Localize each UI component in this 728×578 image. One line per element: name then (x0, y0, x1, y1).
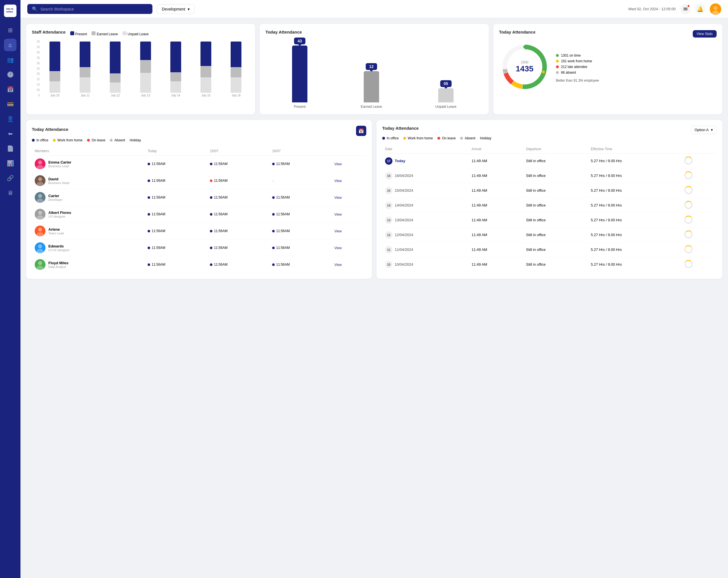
better-text: Better than 91.3% employee (556, 78, 599, 82)
present-segment (140, 42, 151, 60)
search-box: 🔍 (27, 4, 152, 14)
sidebar-item-add-user[interactable]: 👤 (4, 112, 17, 125)
view-link[interactable]: View (334, 179, 342, 183)
progress-cell (682, 168, 717, 183)
view-cell[interactable]: View (332, 172, 366, 189)
user-avatar[interactable] (710, 3, 721, 15)
search-icon: 🔍 (32, 6, 37, 12)
date-cell: 12 12/04/2024 (382, 228, 469, 242)
earned-segment (170, 72, 181, 81)
member-card-title: Today Attendance (32, 127, 68, 132)
date-cell: 10 10/04/2024 (382, 257, 469, 272)
earned-segment (231, 67, 241, 77)
date-cell: 14 14/04/2024 (382, 198, 469, 213)
present-segment (231, 42, 241, 67)
sidebar-item-clock[interactable]: 🕐 (4, 68, 17, 81)
date2-cell: 11:56AM (269, 189, 332, 206)
table-row: Arlene Team Lead 11:56AM11:56AM11:56AMVi… (32, 223, 366, 240)
view-link[interactable]: View (334, 196, 342, 200)
workspace-selector[interactable]: Development ▾ (157, 4, 194, 14)
member-cell: Floyd Miles Data Analyst (32, 256, 145, 273)
bar-x-label: July 11 (80, 94, 89, 97)
unpaid-segment (170, 81, 181, 93)
progress-ring (684, 201, 693, 209)
view-link[interactable]: View (334, 212, 342, 217)
arrival-cell: 11:49 AM (469, 154, 523, 168)
bell-icon-button[interactable]: 🔔 (695, 4, 705, 14)
member-card-header: Today Attendance 📅 (32, 126, 366, 136)
view-cell[interactable]: View (332, 156, 366, 172)
member-legend-chips: In office Work from home On leave Absent (32, 138, 366, 142)
header-right: Wed 02, Oct 2024 - 12:05:00 ✉ 🔔 (628, 3, 721, 15)
svg-point-15 (38, 177, 42, 181)
date2-cell: 11:56AM (269, 156, 332, 172)
date-table: Date Arrival Departure Effective Time 17… (382, 145, 717, 272)
sidebar-item-document[interactable]: 📄 (4, 142, 17, 155)
sidebar-item-monitor[interactable]: 🖥 (4, 186, 17, 199)
sidebar-item-grid[interactable]: ⊞ (4, 24, 17, 36)
sidebar-item-network[interactable]: 🔗 (4, 172, 17, 184)
mail-icon-button[interactable]: ✉ (680, 4, 691, 14)
progress-ring (684, 260, 693, 268)
date-cell: 13 13/04/2024 (382, 213, 469, 228)
view-link[interactable]: View (334, 229, 342, 233)
top-row: Staff Attendance Present Earned Leave Un… (26, 24, 722, 114)
arrival-cell: 11:49 AM (469, 228, 523, 242)
progress-cell (682, 198, 717, 213)
progress-cell (682, 213, 717, 228)
option-label: Option A (695, 128, 709, 132)
search-input[interactable] (41, 7, 148, 11)
date-cell: 16 16/04/2024 (382, 168, 469, 183)
view-cell[interactable]: View (332, 256, 366, 273)
member-cell: Carter Developer (32, 189, 145, 206)
member-cell: David Business Head (32, 172, 145, 189)
progress-ring (684, 186, 693, 194)
sidebar-item-report[interactable]: 📊 (4, 157, 17, 170)
table-row: 10 10/04/2024 11:49 AMStill in office5.2… (382, 257, 717, 272)
view-stats-button[interactable]: View Stats (693, 30, 717, 37)
donut-center-text: 1500 1435 (516, 60, 534, 73)
absent-chip-dot (110, 139, 113, 142)
chip-on-leave: On leave (87, 138, 105, 142)
member-cell: Emma Carter Business Lead (32, 156, 145, 172)
svg-point-17 (38, 194, 42, 198)
effective-cell: 5.27 Hrs / 9.00 Hrs (588, 168, 682, 183)
svg-point-13 (38, 160, 42, 165)
svg-point-23 (38, 244, 42, 248)
sidebar-item-logout[interactable]: ⬅ (4, 127, 17, 140)
date-chip-on-leave: On leave (437, 136, 456, 140)
col-15: 15/07 (207, 147, 269, 156)
member-cell: Albert Flores UX designer (32, 206, 145, 223)
departure-cell: Still in office (523, 257, 588, 272)
effective-cell: 5.27 Hrs / 9.00 Hrs (588, 183, 682, 198)
unpaid-leave-bar-group: 05 Unpaid Leave (435, 80, 457, 109)
sidebar-item-payment[interactable]: 💳 (4, 98, 17, 110)
today-cell: 11:56AM (145, 240, 207, 256)
sidebar-item-home[interactable]: ⌂ (4, 39, 17, 51)
present-tooltip: 43 (294, 37, 306, 44)
view-cell[interactable]: View (332, 240, 366, 256)
col-effective: Effective Time (588, 145, 682, 154)
view-link[interactable]: View (334, 162, 342, 166)
calendar-button[interactable]: 📅 (356, 126, 366, 136)
view-link[interactable]: View (334, 246, 342, 250)
member-attendance-card: Today Attendance 📅 In office Work from h… (26, 120, 372, 279)
arrival-cell: 11:49 AM (469, 168, 523, 183)
bar-group: July 10 (42, 40, 68, 97)
sidebar-item-people[interactable]: 👥 (4, 53, 17, 66)
effective-cell: 5.27 Hrs / 9.00 Hrs (588, 228, 682, 242)
view-cell[interactable]: View (332, 206, 366, 223)
today-cell: 11:56AM (145, 206, 207, 223)
table-row: 13 13/04/2024 11:49 AMStill in office5.2… (382, 213, 717, 228)
date1-cell: 11:56AM (207, 172, 269, 189)
view-cell[interactable]: View (332, 189, 366, 206)
option-select[interactable]: Option A ▾ (691, 126, 717, 134)
arrival-cell: 11:49 AM (469, 198, 523, 213)
progress-cell (682, 154, 717, 168)
sidebar-item-calendar[interactable]: 📅 (4, 83, 17, 96)
view-link[interactable]: View (334, 263, 342, 267)
view-cell[interactable]: View (332, 223, 366, 240)
bar-x-label: July 13 (141, 94, 150, 97)
today-bar-chart: 43 Present 12 Earned Leave 05 Unpai (265, 35, 483, 109)
app-logo: DELTA HRMS (4, 4, 17, 17)
